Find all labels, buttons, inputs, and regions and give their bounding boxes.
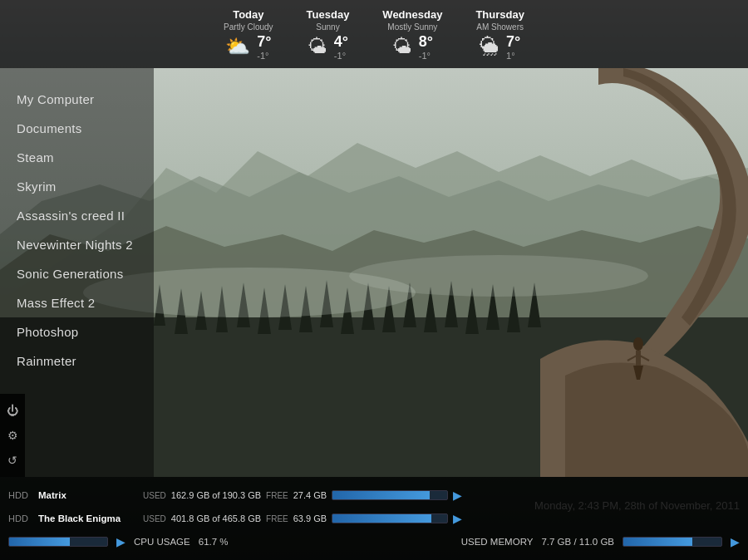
weather-icon-0: ⛅ [225, 35, 250, 58]
hdd2-used-label: USED [143, 514, 166, 523]
weather-bar: Today Partly Cloudy ⛅ 7° -1° Tuesday Sun… [0, 0, 748, 68]
hdd1-name: Matrix [38, 490, 138, 500]
svg-point-26 [633, 337, 643, 351]
cpu-label: CPU USAGE [134, 537, 190, 547]
weather-day-label-3: Thursday [475, 8, 524, 21]
hdd2-row: HDD The Black Enigma USED 401.8 GB of 46… [0, 512, 748, 525]
hdd1-free-label: FREE [266, 491, 288, 500]
power-icon[interactable]: ⏻ [7, 404, 18, 417]
memory-progress-bar [623, 537, 722, 547]
hdd2-progress-bar [332, 513, 448, 523]
bottom-bar: HDD Matrix USED 162.9 GB of 190.3 GB FRE… [0, 477, 748, 560]
sidebar-item-0[interactable]: My Computer [0, 85, 154, 114]
weather-day-label-2: Wednesday [382, 8, 442, 21]
weather-day-label-1: Tuesday [307, 8, 350, 21]
weather-temp-high-0: 7° [257, 33, 271, 51]
hdd1-progress-bar [332, 490, 448, 500]
sidebar-item-7[interactable]: Mass Effect 2 [0, 288, 154, 317]
weather-icon-3: 🌦 [480, 35, 499, 58]
sidebar-item-1[interactable]: Documents [0, 114, 154, 143]
hdd2-free-value: 63.9 GB [293, 513, 327, 523]
hdd2-used-value: 401.8 GB of 465.8 GB [171, 513, 261, 523]
memory-value: 7.7 GB / 11.0 GB [541, 537, 614, 547]
sidebar-item-3[interactable]: Skyrim [0, 172, 154, 201]
hdd1-free-value: 27.4 GB [293, 490, 327, 500]
svg-rect-27 [636, 351, 641, 366]
sidebar-item-4[interactable]: Assassin's creed II [0, 201, 154, 230]
weather-temp-low-1: -1° [334, 51, 348, 61]
cpu-arrow: ▶ [116, 535, 125, 548]
weather-condition-3: AM Showers [476, 22, 524, 32]
hdd2-progress-fill [332, 514, 431, 523]
hdd1-arrow: ▶ [453, 489, 462, 502]
weather-icon-2: 🌤 [392, 35, 412, 58]
weather-temp-low-3: 1° [506, 51, 520, 61]
weather-condition-1: Sunny [316, 22, 339, 32]
hdd2-arrow: ▶ [453, 512, 462, 525]
sidebar-item-6[interactable]: Sonic Generations [0, 259, 154, 288]
hdd1-label: HDD [8, 490, 33, 500]
weather-condition-0: Partly Cloudy [224, 22, 273, 32]
cpu-progress-fill [9, 538, 70, 546]
weather-temp-low-2: -1° [419, 51, 433, 61]
weather-temp-high-1: 4° [334, 33, 348, 51]
hdd2-name: The Black Enigma [38, 513, 138, 523]
svg-point-25 [349, 255, 648, 297]
sidebar-item-8[interactable]: Photoshop [0, 317, 154, 346]
bottom-row3: ▶ CPU USAGE 61.7 % USED MEMORY 7.7 GB / … [0, 535, 748, 548]
weather-icon-1: 🌤 [308, 35, 327, 58]
weather-day-1: Tuesday Sunny 🌤 4° -1° [307, 8, 350, 61]
weather-condition-2: Mostly Sunny [387, 22, 437, 32]
memory-arrow: ▶ [731, 535, 740, 548]
memory-label: USED MEMORY [461, 537, 534, 547]
sidebar-item-5[interactable]: Nevewinter Nights 2 [0, 230, 154, 259]
weather-day-label-0: Today [233, 8, 263, 21]
refresh-icon[interactable]: ↺ [7, 454, 17, 467]
memory-progress-fill [623, 538, 692, 546]
weather-temp-low-0: -1° [257, 51, 271, 61]
settings-icon[interactable]: ⚙ [7, 429, 18, 442]
cpu-value: 61.7 % [199, 537, 229, 547]
weather-day-3: Thursday AM Showers 🌦 7° 1° [475, 8, 524, 61]
hdd2-free-label: FREE [266, 514, 288, 523]
weather-temp-high-3: 7° [506, 33, 520, 51]
hdd2-label: HDD [8, 513, 33, 523]
hdd1-used-label: USED [143, 491, 166, 500]
cpu-progress-bar [8, 537, 108, 547]
sidebar-item-2[interactable]: Steam [0, 143, 154, 172]
left-icons-panel: ⏻ ⚙ ↺ [0, 394, 25, 477]
hdd1-row: HDD Matrix USED 162.9 GB of 190.3 GB FRE… [0, 489, 748, 502]
hdd1-progress-fill [332, 491, 430, 499]
sidebar-item-9[interactable]: Rainmeter [0, 346, 154, 376]
weather-day-2: Wednesday Mostly Sunny 🌤 8° -1° [382, 8, 442, 61]
weather-day-0: Today Partly Cloudy ⛅ 7° -1° [224, 8, 273, 61]
hdd1-used-value: 162.9 GB of 190.3 GB [171, 490, 261, 500]
weather-temp-high-2: 8° [419, 33, 433, 51]
